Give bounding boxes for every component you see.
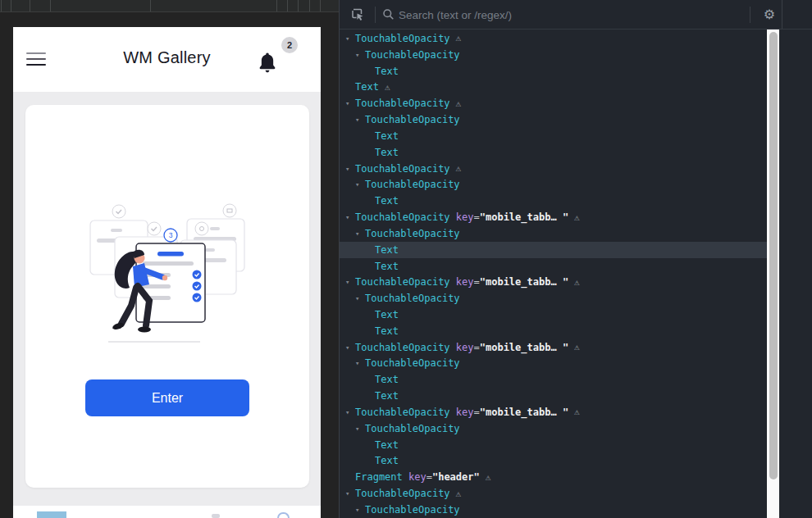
tree-row[interactable]: ▾TouchableOpacity [340,356,767,372]
expand-arrow-icon[interactable]: ▾ [355,229,365,238]
app-preview: WM Gallery 2 [13,27,321,518]
element-name: Text [375,439,399,451]
login-card: 3 [25,105,309,488]
element-name: Text [375,261,399,272]
tree-row[interactable]: ▾TouchableOpacity [340,290,767,307]
component-tree: ▾TouchableOpacity⚠▾TouchableOpacityTextT… [340,30,767,518]
tab-divider [30,0,30,11]
element-inspector-panel: ⚙ ▾TouchableOpacity⚠▾TouchableOpacityTex… [339,0,812,518]
tree-row[interactable]: ▾TouchableOpacity [340,176,767,193]
tab-divider [1,0,2,11]
tree-row[interactable]: Text [340,242,767,258]
element-name: Text [375,374,399,385]
tree-row[interactable]: Text [340,63,767,80]
equals-sign: = [474,342,480,353]
search-input[interactable] [399,4,743,25]
tree-row[interactable]: Text [340,453,767,470]
element-name: TouchableOpacity [365,423,460,434]
element-name: TouchableOpacity [355,407,450,418]
expand-arrow-icon[interactable]: ▾ [345,99,355,107]
warning-icon: ⚠ [574,342,580,352]
tree-row[interactable]: ▾TouchableOpacity key="mobile_tabb… "⚠ [340,339,767,356]
element-name: Text [375,244,399,256]
tree-row[interactable]: ▾TouchableOpacity [340,420,767,437]
element-name: TouchableOpacity [365,49,460,61]
tree-row[interactable]: ▾TouchableOpacity [340,225,767,242]
expand-arrow-icon[interactable]: ▾ [345,165,355,173]
tree-row[interactable]: Text [340,258,767,275]
element-name: TouchableOpacity [365,179,460,190]
tree-row[interactable]: Text [340,371,767,388]
tree-row[interactable]: Text [340,437,767,453]
tree-row[interactable]: ▾TouchableOpacity⚠ [340,485,767,502]
element-name: TouchableOpacity [355,211,450,223]
expand-arrow-icon[interactable]: ▾ [345,213,355,221]
key-attribute-value: "mobile_tabb… " [480,211,568,223]
tree-row[interactable]: Text [340,388,767,404]
element-name: TouchableOpacity [355,488,450,499]
equals-sign: = [474,211,480,223]
tree-row[interactable]: ▾TouchableOpacity⚠ [340,30,767,47]
scrollbar-thumb[interactable] [769,32,778,479]
warning-icon: ⚠ [486,472,491,483]
expand-arrow-icon[interactable]: ▾ [345,489,355,498]
element-name: TouchableOpacity [355,98,450,109]
element-name: Text [375,66,399,77]
warning-icon: ⚠ [385,82,390,93]
warning-icon: ⚠ [574,212,580,223]
key-attribute-value: "mobile_tabb… " [480,276,568,288]
element-name: TouchableOpacity [365,357,460,369]
element-name: TouchableOpacity [355,163,450,175]
expand-arrow-icon[interactable]: ▾ [345,408,355,416]
equals-sign: = [474,407,480,418]
tree-row[interactable]: Text [340,323,767,339]
tab-divider [298,0,299,11]
element-name: Text [375,130,399,142]
enter-button[interactable]: Enter [85,379,249,416]
svg-text:3: 3 [169,231,173,239]
element-name: TouchableOpacity [365,293,460,304]
element-name: Fragment [355,471,403,483]
tree-row[interactable]: ▾TouchableOpacity [340,47,767,63]
key-attribute-name: key [450,211,474,223]
expand-arrow-icon[interactable]: ▾ [355,506,365,514]
tree-row[interactable]: Text [340,128,767,144]
expand-arrow-icon[interactable]: ▾ [345,343,355,352]
expand-arrow-icon[interactable]: ▾ [355,180,365,189]
toolbar-divider [375,7,376,23]
tree-row[interactable]: ▾TouchableOpacity [340,111,767,128]
expand-arrow-icon[interactable]: ▾ [355,294,365,302]
tree-row[interactable]: ▾TouchableOpacity key="mobile_tabb… "⚠ [340,274,767,290]
tree-row[interactable]: ▾TouchableOpacity⚠ [340,95,767,111]
tree-row[interactable]: ▾TouchableOpacity⚠ [340,161,767,177]
checklist-illustration: 3 [85,201,249,357]
element-name: TouchableOpacity [355,33,450,44]
inspect-element-button[interactable] [348,6,367,24]
tree-row[interactable]: Text⚠ [340,79,767,95]
notification-bell-button[interactable]: 2 [252,37,298,83]
scrollbar-track[interactable] [767,30,779,518]
expand-arrow-icon[interactable]: ▾ [355,425,365,433]
element-name: TouchableOpacity [365,504,460,516]
expand-arrow-icon[interactable]: ▾ [345,34,355,43]
element-name: Text [375,455,399,466]
key-attribute-name: key [403,471,427,483]
tab-divider [150,0,151,11]
tree-row[interactable]: Text [340,193,767,209]
key-attribute-value: "mobile_tabb… " [480,407,568,418]
pane-divider [782,0,782,29]
tree-row[interactable]: ▾TouchableOpacity [340,502,767,518]
tree-row[interactable]: ▾TouchableOpacity key="mobile_tabb… "⚠ [340,209,767,225]
gear-icon[interactable]: ⚙ [758,3,781,26]
expand-arrow-icon[interactable]: ▾ [355,116,365,124]
warning-icon: ⚠ [456,488,462,499]
tree-row[interactable]: Fragment key="header"⚠ [340,469,767,485]
tree-row[interactable]: ▾TouchableOpacity key="mobile_tabb… "⚠ [340,404,767,420]
expand-arrow-icon[interactable]: ▾ [345,278,355,286]
tree-row[interactable]: Text [340,307,767,323]
warning-icon: ⚠ [574,407,580,417]
expand-arrow-icon[interactable]: ▾ [355,51,365,59]
tree-row[interactable]: Text [340,144,767,161]
expand-arrow-icon[interactable]: ▾ [355,359,365,367]
tab-divider [50,0,51,11]
